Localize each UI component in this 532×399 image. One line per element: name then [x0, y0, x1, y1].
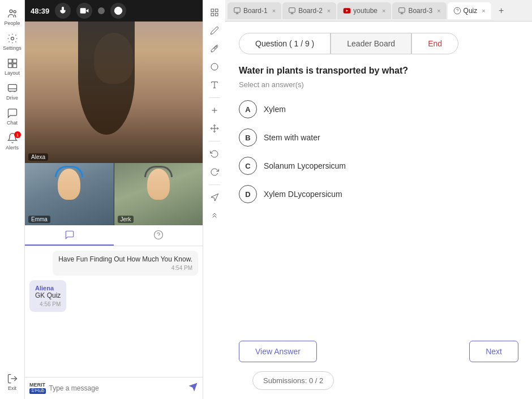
sidebar-item-layout[interactable]: Layout — [0, 54, 24, 79]
sidebar-item-chat[interactable]: Chat — [0, 104, 24, 129]
svg-rect-9 — [80, 8, 86, 13]
message-2: Aliena GK Quiz 4:56 PM — [29, 280, 66, 312]
svg-point-37 — [454, 7, 461, 14]
svg-rect-18 — [215, 13, 218, 16]
sidebar-item-alerts[interactable]: 1 Alerts — [0, 129, 24, 154]
camera-icon[interactable] — [76, 3, 92, 19]
quiz-question-text: Water in plants is transported by what? — [239, 66, 518, 76]
toolbar-separator-3 — [209, 185, 220, 185]
message-2-text: GK Quiz — [35, 291, 61, 299]
tab-board2-label: Board-2 — [298, 7, 323, 15]
svg-point-19 — [211, 63, 218, 70]
sidebar-people-label: People — [4, 20, 20, 26]
view-answer-button[interactable]: View Answer — [239, 341, 317, 362]
left-panel: 48:39 Alexa Emma — [25, 0, 203, 399]
svg-marker-26 — [211, 194, 218, 201]
answer-letter-d: D — [239, 185, 257, 203]
alerts-badge: 1 — [14, 131, 21, 138]
quiz-body: Water in plants is transported by what? … — [225, 54, 532, 335]
answer-option-d[interactable]: D Xylem DLycopersicum — [239, 185, 518, 203]
sidebar-chat-label: Chat — [7, 120, 18, 126]
svg-point-13 — [154, 231, 162, 239]
sidebar-item-settings[interactable]: Settings — [0, 29, 24, 54]
next-button[interactable]: Next — [469, 341, 518, 362]
tab-board3-close[interactable]: × — [437, 7, 440, 14]
tab-quiz-close[interactable]: × — [482, 7, 485, 14]
emoji-icon[interactable] — [110, 3, 126, 19]
tab-quiz-active[interactable]: Quiz × — [448, 2, 491, 19]
board3-icon — [398, 7, 406, 15]
send-button[interactable] — [188, 382, 198, 394]
svg-point-2 — [11, 37, 14, 40]
answer-letter-c: C — [239, 157, 257, 175]
svg-point-10 — [115, 7, 122, 14]
sidebar-drive-label: Drive — [6, 95, 18, 101]
answer-letter-a: A — [239, 100, 257, 118]
video-area: Alexa Emma Jerk — [25, 22, 203, 225]
sidebar-item-people[interactable]: People — [0, 5, 24, 29]
tab-board3[interactable]: Board-3 × — [392, 2, 446, 19]
youtube-icon — [343, 7, 351, 15]
hub-text: ①Hub — [29, 388, 46, 394]
tool-undo[interactable] — [207, 146, 222, 162]
tab-quiz[interactable] — [114, 225, 203, 246]
message-2-time: 4:56 PM — [35, 301, 61, 307]
tab-board1-label: Board-1 — [243, 7, 268, 15]
tab-board1-close[interactable]: × — [272, 7, 276, 14]
tool-text[interactable] — [207, 77, 222, 93]
answer-letter-b: B — [239, 128, 257, 147]
svg-rect-30 — [289, 7, 295, 12]
tab-board2[interactable]: Board-2 × — [282, 2, 336, 19]
tab-youtube-close[interactable]: × — [382, 7, 385, 14]
tool-circle[interactable] — [207, 59, 222, 75]
tool-pencil[interactable] — [207, 23, 222, 38]
merit-logo: MERIT ①Hub — [29, 383, 46, 394]
message-1-text: Have Fun Finding Out How Much You Know. — [58, 255, 192, 263]
quiz-end-tab[interactable]: End — [411, 33, 458, 54]
sub-video-2-label: Jerk — [118, 216, 134, 223]
tool-add[interactable] — [207, 102, 222, 118]
tool-redo[interactable] — [207, 164, 222, 180]
message-1-time: 4:54 PM — [58, 265, 192, 271]
svg-rect-5 — [8, 64, 12, 68]
svg-rect-6 — [12, 64, 16, 68]
chat-input[interactable] — [49, 384, 185, 392]
tabs-bar: Board-1 × Board-2 × youtube × Board-3 × … — [225, 0, 532, 22]
svg-point-1 — [14, 11, 16, 13]
tab-youtube[interactable]: youtube × — [337, 2, 391, 19]
tool-pen[interactable] — [207, 41, 222, 57]
headphones-1 — [55, 166, 83, 177]
submissions-value: 0 / 2 — [309, 376, 323, 385]
answer-option-c[interactable]: C Solanum Lycopersicum — [239, 157, 518, 175]
chat-messages: Have Fun Finding Out How Much You Know. … — [25, 246, 203, 377]
main-video-label: Alexa — [28, 153, 48, 161]
tab-add-button[interactable]: + — [495, 4, 508, 18]
board1-icon — [233, 7, 241, 15]
sub-video-2: Jerk — [114, 163, 203, 225]
tool-pointer[interactable] — [207, 190, 222, 205]
quiz-header: Question ( 1 / 9 ) Leader Board End — [239, 33, 518, 54]
svg-rect-17 — [211, 13, 214, 16]
answer-option-a[interactable]: A Xylem — [239, 100, 518, 118]
tab-chat[interactable] — [25, 225, 114, 246]
answer-option-b[interactable]: B Stem with water — [239, 128, 518, 147]
board2-icon — [288, 7, 296, 15]
quiz-question-tab[interactable]: Question ( 1 / 9 ) — [239, 33, 331, 54]
quiz-leaderboard-tab[interactable]: Leader Board — [331, 33, 411, 54]
sidebar-alerts-label: Alerts — [6, 145, 19, 151]
microphone-icon[interactable] — [55, 3, 71, 19]
tab-board1[interactable]: Board-1 × — [228, 2, 281, 19]
tool-cursor[interactable] — [207, 5, 222, 20]
sub-video-1-label: Emma — [28, 216, 50, 223]
sub-videos: Emma Jerk — [25, 163, 203, 225]
right-panel: Board-1 × Board-2 × youtube × Board-3 × … — [225, 0, 532, 399]
sidebar-item-drive[interactable]: Drive — [0, 79, 24, 104]
tool-move[interactable] — [207, 121, 222, 136]
tab-board2-close[interactable]: × — [327, 7, 331, 14]
quiz-tab-icon — [453, 7, 461, 15]
answer-text-a: Xylem — [264, 105, 286, 114]
sidebar-item-exit[interactable]: Exit — [0, 370, 24, 394]
top-bar: 48:39 — [25, 0, 203, 22]
chat-input-area: MERIT ①Hub — [25, 377, 203, 399]
tool-chevrons[interactable] — [207, 208, 222, 224]
